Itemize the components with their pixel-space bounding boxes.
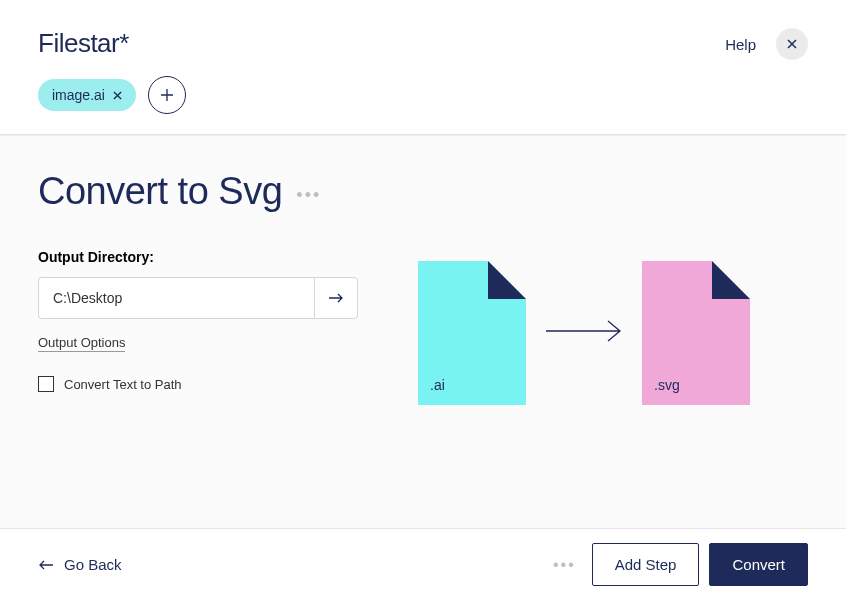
main-panel: Convert to Svg ••• Output Directory: Out…	[0, 135, 846, 555]
conversion-illustration: .ai .svg	[418, 249, 750, 405]
add-step-button[interactable]: Add Step	[592, 543, 700, 586]
convert-button[interactable]: Convert	[709, 543, 808, 586]
output-dir-label: Output Directory:	[38, 249, 358, 265]
form-section: Output Directory: Output Options Convert…	[38, 249, 358, 405]
arrow-right-icon	[328, 292, 344, 304]
file-chip[interactable]: image.ai	[38, 79, 136, 111]
title-more-icon[interactable]: •••	[296, 177, 321, 206]
file-chip-row: image.ai	[0, 76, 846, 134]
add-file-button[interactable]	[148, 76, 186, 114]
go-back-label: Go Back	[64, 556, 122, 573]
convert-text-checkbox[interactable]	[38, 376, 54, 392]
footer: Go Back ••• Add Step Convert	[0, 528, 846, 600]
header: Filestar* Help	[0, 0, 846, 76]
browse-dir-button[interactable]	[314, 277, 358, 319]
arrow-right-icon	[544, 319, 624, 347]
source-file-icon: .ai	[418, 261, 526, 405]
convert-text-label: Convert Text to Path	[64, 377, 182, 392]
app-logo: Filestar*	[38, 28, 129, 59]
help-link[interactable]: Help	[725, 36, 756, 53]
source-ext-label: .ai	[430, 377, 445, 393]
file-chip-remove-icon[interactable]	[113, 87, 122, 103]
title-row: Convert to Svg •••	[38, 170, 808, 213]
footer-more-icon[interactable]: •••	[553, 556, 576, 574]
convert-text-checkbox-row[interactable]: Convert Text to Path	[38, 376, 358, 392]
header-right: Help	[725, 28, 808, 60]
close-button[interactable]	[776, 28, 808, 60]
target-file-icon: .svg	[642, 261, 750, 405]
output-dir-group	[38, 277, 358, 319]
arrow-left-icon	[38, 559, 54, 571]
close-icon	[787, 39, 797, 49]
go-back-button[interactable]: Go Back	[38, 556, 122, 573]
file-chip-label: image.ai	[52, 87, 105, 103]
plus-icon	[160, 88, 174, 102]
target-ext-label: .svg	[654, 377, 680, 393]
footer-right: ••• Add Step Convert	[553, 543, 808, 586]
output-dir-input[interactable]	[38, 277, 314, 319]
output-options-link[interactable]: Output Options	[38, 335, 125, 352]
content-row: Output Directory: Output Options Convert…	[38, 249, 808, 405]
page-title: Convert to Svg	[38, 170, 282, 213]
